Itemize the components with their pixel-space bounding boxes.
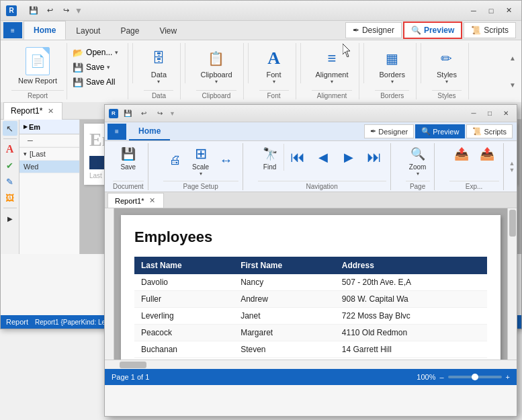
panel-wed-label: Wed xyxy=(24,163,38,171)
redo-btn[interactable]: ↪ xyxy=(58,3,73,18)
text-tool[interactable]: A xyxy=(3,142,17,157)
inner-status-bar: Page 1 of 1 100% – + xyxy=(105,369,517,385)
preview-hscrollbar[interactable] xyxy=(105,360,517,369)
outer-scripts-btn[interactable]: 📜 Scripts xyxy=(464,22,516,38)
table-cell-lastName: Leverling xyxy=(134,308,234,325)
table-cell-firstName: Nancy xyxy=(234,274,335,291)
inner-undo[interactable]: ↩ xyxy=(137,107,150,120)
outer-designer-btn[interactable]: ✒ Designer xyxy=(345,22,402,38)
ribbon-scroll-up[interactable]: ▲ xyxy=(509,54,516,62)
image-tool[interactable]: 🖼 xyxy=(3,190,17,205)
inner-doc-tab-report1[interactable]: Report1* ✕ xyxy=(107,193,164,208)
outer-side-panel: ▸ Em ─ ▾ [Last Wed xyxy=(19,120,80,254)
zoom-minus-btn[interactable]: – xyxy=(439,373,443,381)
sep4 xyxy=(300,43,301,83)
inner-redo[interactable]: ↪ xyxy=(153,107,167,120)
zoom-plus-btn[interactable]: + xyxy=(506,373,510,381)
tab-page[interactable]: Page xyxy=(110,22,149,40)
font-icon: A xyxy=(263,48,285,69)
inner-ribbon-scroll-up[interactable]: ▲ xyxy=(509,160,515,167)
inner-zoom-btn[interactable]: 🔍 Zoom ▾ xyxy=(406,143,430,178)
zoom-track[interactable] xyxy=(448,376,502,378)
tab-view[interactable]: View xyxy=(149,22,187,40)
inner-prev-btn[interactable]: ◀ xyxy=(311,146,335,168)
inner-export2-btn[interactable]: 📤 xyxy=(475,143,499,165)
table-header-row: Last Name First Name Address xyxy=(134,257,487,274)
panel-collapse-icon[interactable]: ▸ xyxy=(24,122,28,131)
select-tool[interactable]: ↖ xyxy=(3,121,17,136)
inner-designer-btn[interactable]: ✒ Designer xyxy=(364,124,414,138)
save-quick-btn[interactable]: 💾 xyxy=(26,3,41,18)
sep5 xyxy=(363,43,364,83)
inner-scale-btn[interactable]: ⊞ Scale ▾ xyxy=(189,143,213,178)
outer-tab-right: ✒ Designer 🔍 Preview 📜 Scripts xyxy=(345,22,521,39)
report-table: Last Name First Name Address DavolioNanc… xyxy=(134,257,487,358)
draw-tool[interactable]: ✎ xyxy=(3,174,17,189)
save-btn[interactable]: 💾 Save ▾ xyxy=(70,60,121,74)
undo-btn[interactable]: ↩ xyxy=(42,3,57,18)
close-btn[interactable]: ✕ xyxy=(501,3,516,18)
col-header-lastname: Last Name xyxy=(134,257,234,274)
new-report-button[interactable]: 📄 New Report xyxy=(11,43,64,89)
ribbon-scroll-down[interactable]: ▼ xyxy=(509,81,516,89)
outer-doc-tab-close[interactable]: ✕ xyxy=(46,107,55,116)
inner-export-btn[interactable]: 📤 xyxy=(449,143,474,165)
inner-scripts-btn[interactable]: 📜 Scripts xyxy=(466,124,513,138)
tab-home[interactable]: Home xyxy=(24,21,66,40)
data-btn[interactable]: 🗄 Data ▾ xyxy=(144,45,173,87)
preview-scrollbar-right[interactable] xyxy=(507,208,517,360)
styles-btn[interactable]: ✏ Styles ▾ xyxy=(432,45,462,87)
panel-item-label: [Last xyxy=(30,150,46,158)
ribbon-scroll: ▲ ▼ xyxy=(508,43,517,99)
save-all-btn[interactable]: 💾 Save All xyxy=(70,75,121,89)
tab-layout[interactable]: Layout xyxy=(66,22,110,40)
inner-doc-tab-close[interactable]: ✕ xyxy=(148,196,157,205)
inner-close[interactable]: ✕ xyxy=(499,107,513,120)
borders-btn[interactable]: ▦ Borders ▾ xyxy=(375,45,409,87)
group-borders: ▦ Borders ▾ Borders xyxy=(368,43,417,99)
inner-preview-btn[interactable]: 🔍 Preview xyxy=(415,124,465,138)
inner-find-icon: 🔭 xyxy=(261,144,279,163)
inner-tab-home[interactable]: Home xyxy=(129,123,170,140)
outer-preview-btn[interactable]: 🔍 Preview xyxy=(403,22,462,39)
scrollbar-thumb[interactable] xyxy=(509,210,516,237)
inner-save-quick[interactable]: 💾 xyxy=(121,107,134,120)
clipboard-btn[interactable]: 📋 Clipboard ▾ xyxy=(196,45,236,87)
new-report-icon: 📄 xyxy=(26,47,50,75)
inner-zoom-label: Zoom xyxy=(409,163,427,171)
inner-next-btn[interactable]: ▶ xyxy=(337,146,361,168)
outer-doc-tab-report1[interactable]: Report1* ✕ xyxy=(3,102,62,120)
outer-status-info: Report1 {PaperKind: Lette xyxy=(35,319,113,326)
inner-find-btn[interactable]: 🔭 Find xyxy=(258,143,282,172)
report-title: Employees xyxy=(134,228,487,246)
inner-export-group-label: Exp... xyxy=(449,181,499,190)
inner-print-btn[interactable]: 🖨 xyxy=(163,150,187,171)
check-tool[interactable]: ✔ xyxy=(3,158,17,173)
open-btn[interactable]: 📂 Open... ▾ xyxy=(70,46,121,59)
zoom-thumb[interactable] xyxy=(472,374,478,380)
inner-nav-items: 🔭 Find ⏮ ◀ ▶ ⏭ xyxy=(258,143,386,172)
minimize-btn[interactable]: ─ xyxy=(466,3,481,18)
expand-tool[interactable]: ▶ xyxy=(3,211,17,226)
maximize-btn[interactable]: □ xyxy=(484,3,498,18)
panel-item-last[interactable]: ▾ [Last xyxy=(19,148,79,161)
panel-item-wed[interactable]: Wed xyxy=(19,161,79,173)
inner-tab-icon: ≡ xyxy=(107,124,126,140)
inner-save-label: Save xyxy=(120,163,136,171)
inner-first-page-btn[interactable]: ⏮ xyxy=(286,146,310,168)
font-btn[interactable]: A Font ▾ xyxy=(259,45,289,87)
inner-last-page-btn[interactable]: ⏭ xyxy=(362,146,386,168)
preview-scrollbar-left[interactable] xyxy=(105,208,114,360)
clipboard-label: Clipboard xyxy=(200,71,232,79)
panel-item-1[interactable]: ─ xyxy=(19,134,79,147)
inner-maximize[interactable]: □ xyxy=(483,107,496,120)
inner-pagesetup-group-label: Page Setup xyxy=(163,181,238,190)
inner-prev-icon: ◀ xyxy=(314,148,333,167)
open-arrow: ▾ xyxy=(115,49,118,56)
inner-save-btn[interactable]: 💾 Save xyxy=(116,143,140,172)
h-scrollbar-thumb[interactable] xyxy=(120,362,146,368)
inner-minimize[interactable]: ─ xyxy=(467,107,480,120)
inner-group-navigation: 🔭 Find ⏮ ◀ ▶ ⏭ Navigation xyxy=(254,143,391,190)
inner-pagesetup-btn[interactable]: ↔ xyxy=(214,150,238,171)
inner-ribbon-scroll-down[interactable]: ▼ xyxy=(509,167,515,173)
